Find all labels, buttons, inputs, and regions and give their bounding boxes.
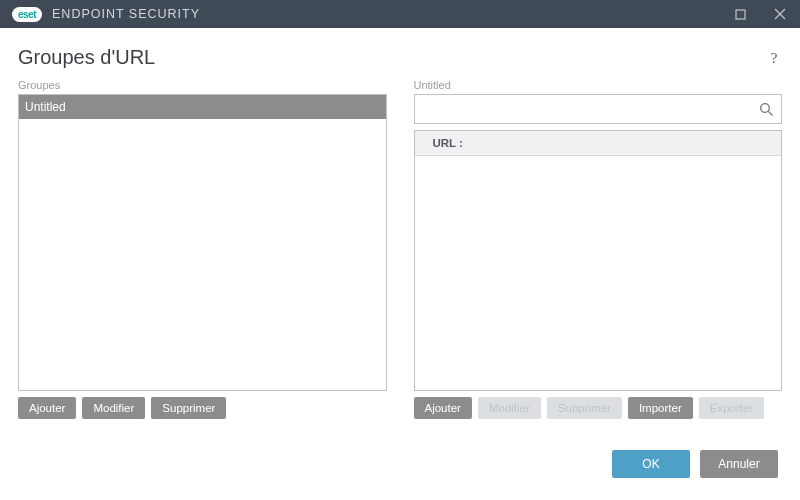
url-search-input[interactable] [425, 100, 758, 118]
svg-line-5 [768, 111, 772, 115]
groups-remove-button[interactable]: Supprimer [151, 397, 226, 419]
urls-modify-button: Modifier [478, 397, 541, 419]
url-column-header: URL : [415, 131, 782, 156]
urls-import-button[interactable]: Importer [628, 397, 693, 419]
urls-remove-button: Supprimer [547, 397, 622, 419]
urls-button-row: Ajouter Modifier Supprimer Importer Expo… [414, 397, 783, 419]
svg-point-4 [760, 103, 769, 112]
svg-rect-0 [736, 10, 745, 19]
url-search-container [414, 94, 783, 124]
urls-label: Untitled [414, 79, 783, 91]
group-list-item[interactable]: Untitled [19, 95, 386, 119]
maximize-button[interactable] [720, 0, 760, 28]
cancel-button[interactable]: Annuler [700, 450, 778, 478]
groups-list[interactable]: Untitled [18, 94, 387, 391]
close-button[interactable] [760, 0, 800, 28]
ok-button[interactable]: OK [612, 450, 690, 478]
eset-logo: eset [12, 7, 42, 22]
groups-button-row: Ajouter Modifier Supprimer [18, 397, 387, 419]
groups-add-button[interactable]: Ajouter [18, 397, 76, 419]
page-title: Groupes d'URL [18, 46, 155, 69]
search-icon[interactable] [757, 100, 775, 118]
title-bar: eset ENDPOINT SECURITY [0, 0, 800, 28]
groups-modify-button[interactable]: Modifier [82, 397, 145, 419]
urls-add-button[interactable]: Ajouter [414, 397, 472, 419]
groups-label: Groupes [18, 79, 387, 91]
urls-panel: Untitled URL : Ajouter Modifier Supprime… [414, 79, 783, 419]
svg-text:?: ? [771, 51, 778, 65]
window-controls [720, 0, 800, 28]
page-header: Groupes d'URL ? [0, 28, 800, 79]
groups-panel: Groupes Untitled Ajouter Modifier Suppri… [18, 79, 387, 419]
content-area: Groupes Untitled Ajouter Modifier Suppri… [0, 79, 800, 419]
urls-export-button: Exporter [699, 397, 764, 419]
dialog-footer: OK Annuler [612, 450, 778, 478]
help-icon[interactable]: ? [766, 50, 782, 66]
url-list[interactable]: URL : [414, 130, 783, 391]
app-title: ENDPOINT SECURITY [52, 7, 200, 21]
